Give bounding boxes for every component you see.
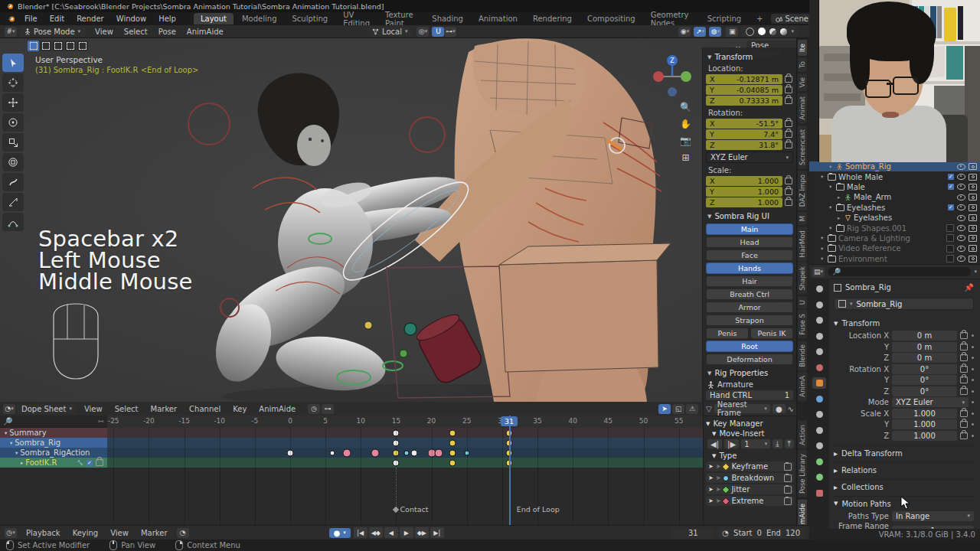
location-field-y[interactable]: Y-0.04085 m (706, 85, 782, 95)
collection-checkbox[interactable] (946, 234, 954, 242)
channel-sombra-rig[interactable]: ▾Sombra_Rig (0, 438, 107, 448)
lock-icon[interactable] (960, 432, 968, 439)
field-value-scale-x[interactable]: 1.000 (892, 409, 957, 419)
rig-button-hair[interactable]: Hair (706, 276, 793, 287)
type-section-header[interactable]: ▼ Type (712, 452, 794, 460)
playback-menu-keying[interactable]: Keying (67, 527, 105, 539)
sidebar-tab-m[interactable]: M (798, 212, 807, 225)
object-name-field[interactable]: ▾ Sombra_Rig (834, 298, 974, 310)
lock-icon[interactable] (785, 199, 792, 206)
rig-prop-hand-ctrl[interactable]: Hand CTRL1 (706, 390, 793, 400)
hide-viewport-icon[interactable] (957, 246, 965, 252)
keyframe-dot[interactable] (449, 449, 456, 456)
playback-menu-marker[interactable]: Marker (135, 527, 174, 539)
rotation-field-x[interactable]: X-51.5° (706, 119, 782, 129)
lock-icon[interactable] (785, 97, 792, 104)
rig-button-head[interactable]: Head (706, 236, 793, 248)
jump-left-button[interactable]: ◀| (707, 439, 722, 448)
properties-tab-data[interactable] (812, 456, 826, 468)
jump-right-button[interactable]: |▶ (724, 439, 739, 448)
playhead-frame-badge[interactable]: 31 (501, 416, 518, 426)
marker-end-of-loop[interactable]: End of Loop (517, 505, 560, 514)
field-value-z[interactable]: 0° (892, 386, 957, 396)
animate-dot[interactable] (972, 423, 974, 425)
key-type-jitter[interactable]: ➤➤Jitter (706, 484, 794, 494)
location-field-x[interactable]: X-0.12871 m (706, 74, 782, 84)
workspace-tab-scripting[interactable]: Scripting (701, 13, 748, 24)
disclosure-triangle[interactable]: ▾ (821, 246, 828, 252)
select-mode-button-4[interactable] (77, 41, 88, 51)
overlays-button[interactable]: ◍▾ (709, 27, 721, 37)
keyframe-dot[interactable] (449, 439, 456, 446)
collection-checkbox[interactable]: ✓ (948, 204, 954, 210)
properties-tab-output[interactable] (812, 315, 826, 326)
play-button[interactable]: ▶ (400, 527, 413, 538)
disclosure-triangle[interactable]: ▾ (829, 184, 836, 190)
proportional-toggle[interactable]: ● (773, 404, 786, 413)
lock-icon[interactable] (960, 366, 968, 373)
material-shading-button[interactable] (769, 28, 776, 35)
workspace-tab-shading[interactable]: Shading (425, 13, 470, 24)
use-preview-range-icon[interactable]: ◔ (722, 529, 729, 537)
pan-view-icon[interactable]: ✋ (677, 116, 694, 132)
channel-disclosure[interactable]: ▸ (21, 460, 23, 466)
delete-keys-button[interactable] (784, 463, 792, 471)
properties-tab-object[interactable] (812, 377, 826, 389)
rig-button-penis-ik[interactable]: Penis IK (750, 328, 793, 339)
rotation-mode-select[interactable]: XYZ Euler▾ (892, 397, 969, 407)
disable-render-icon[interactable] (969, 225, 977, 232)
hide-viewport-icon[interactable] (957, 256, 965, 262)
hide-viewport-icon[interactable] (957, 225, 965, 231)
jump-to-end-button[interactable]: ▶| (430, 527, 444, 538)
key-type-keyframe[interactable]: ➤➤Keyframe (706, 461, 794, 471)
animate-dot[interactable] (972, 334, 974, 337)
rig-button-hands[interactable]: Hands (706, 262, 793, 274)
collection-checkbox[interactable] (946, 224, 954, 232)
outliner-row-male-arm[interactable]: ▸Male_Arm (809, 192, 980, 202)
properties-tab-texture[interactable] (812, 487, 826, 499)
menu-file[interactable]: File (18, 13, 44, 24)
workspace-tab-layout[interactable]: Layout (194, 13, 234, 24)
xray-toggle[interactable]: ▣ (726, 27, 738, 37)
hide-viewport-icon[interactable] (957, 194, 965, 201)
properties-tab-physics[interactable] (812, 425, 826, 436)
viewport-menu-select[interactable]: Select (119, 26, 153, 37)
select-mode-button-1[interactable] (40, 41, 51, 51)
lock-icon[interactable] (785, 142, 792, 148)
animate-dot[interactable] (972, 357, 974, 359)
field-value-y[interactable]: 0 m (892, 342, 957, 352)
workspace-tab-modeling[interactable]: Modeling (235, 13, 284, 24)
warning-icon[interactable]: ⚠ (686, 404, 698, 414)
rig-button-strapon[interactable]: Strapon (706, 315, 793, 326)
animate-dot[interactable] (972, 435, 974, 437)
hide-viewport-icon[interactable] (957, 174, 965, 180)
rig-button-breath-ctrl[interactable]: Breath Ctrl (706, 289, 793, 300)
lock-icon[interactable] (960, 354, 968, 361)
rotation-mode-dropdown[interactable]: XYZ Euler▾ (706, 152, 793, 163)
playhead[interactable] (509, 416, 511, 525)
select-all-arrow-icon[interactable]: ➤ (708, 486, 714, 493)
deselect-arrow-icon[interactable]: ➤ (716, 486, 721, 493)
properties-editor-type-button[interactable]: ▤▾ (812, 267, 825, 277)
transform-tool-button[interactable] (2, 153, 24, 171)
outliner-row-sombra-rig[interactable]: ▾Sombra_Rig (809, 161, 980, 171)
snap-keys-icon[interactable]: ⊶ (322, 404, 334, 414)
scale-field-y[interactable]: Y1.000 (706, 187, 782, 197)
dopesheet-menu-view[interactable]: View (78, 403, 109, 415)
workspace-tab-sculpting[interactable]: Sculpting (285, 13, 335, 24)
viewport-menu-animaide[interactable]: AnimAide (181, 26, 229, 37)
rig-button-root[interactable]: Root (706, 341, 793, 352)
rig-button-main[interactable]: Main (706, 223, 793, 235)
sidebar-tab-u[interactable]: U (798, 296, 807, 308)
playback-sync-icon[interactable]: ◷ (308, 404, 320, 414)
scene-selector[interactable]: Scene (771, 14, 814, 24)
disclosure-triangle[interactable]: ▾ (829, 164, 836, 170)
viewport-menu-view[interactable]: View (90, 26, 119, 37)
section-delta-transform[interactable]: ▸Delta Transform (834, 445, 974, 458)
channel-disclosure[interactable]: ▾ (10, 440, 12, 446)
lock-icon[interactable] (785, 188, 792, 195)
zoom-view-icon[interactable]: 🔍 (677, 99, 694, 115)
keyframe-dot[interactable] (342, 448, 351, 457)
hide-viewport-icon[interactable] (957, 215, 965, 221)
menu-render[interactable]: Render (70, 13, 110, 24)
